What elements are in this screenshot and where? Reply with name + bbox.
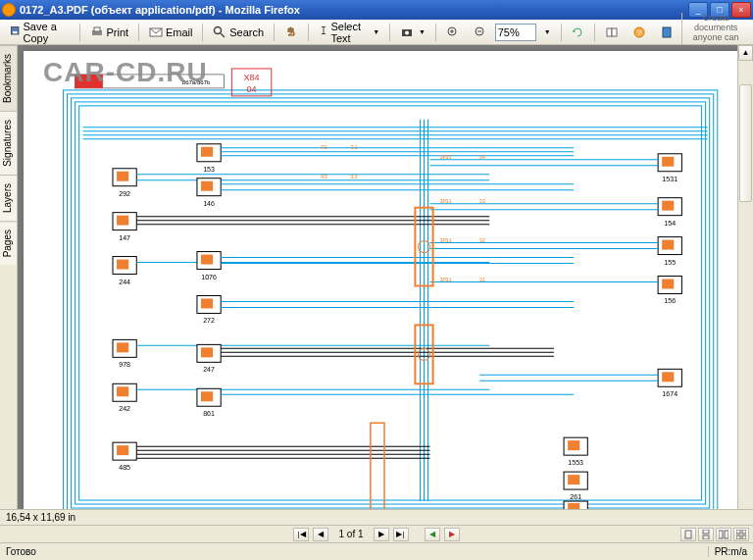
separator — [561, 24, 562, 41]
svg-text:31: 31 — [479, 277, 485, 282]
continuous-view-button[interactable] — [698, 528, 714, 541]
prev-page-button[interactable]: ◀ — [313, 528, 328, 541]
dropdown-icon: ▼ — [419, 28, 426, 35]
note-line1: Create documents — [688, 13, 743, 32]
svg-text:33: 33 — [479, 198, 485, 204]
svg-text:3.1: 3.1 — [351, 144, 358, 150]
svg-text:1674: 1674 — [662, 390, 678, 397]
select-text-label: Select Text — [330, 21, 368, 44]
vertical-scrollbar: ▲ ▼ — [737, 45, 753, 527]
zoom-in-button[interactable] — [440, 23, 466, 42]
svg-point-11 — [405, 30, 409, 34]
svg-text:1076: 1076 — [201, 274, 217, 280]
dropdown-icon: ▼ — [544, 28, 551, 35]
save-copy-button[interactable]: Save a Copy — [4, 23, 75, 42]
wiring-diagram: X84 04 867a/867b 153 292 146 147 244 107… — [24, 51, 737, 521]
hand-tool-button[interactable] — [278, 23, 304, 42]
svg-rect-154 — [742, 530, 746, 534]
svg-rect-49 — [201, 181, 213, 191]
zoom-out-icon — [474, 25, 487, 39]
select-text-button[interactable]: Select Text▼ — [313, 23, 386, 42]
svg-rect-153 — [736, 530, 740, 534]
rotate-button[interactable] — [565, 23, 590, 42]
svg-text:154: 154 — [664, 220, 676, 227]
svg-text:147: 147 — [119, 234, 130, 241]
svg-text:146: 146 — [203, 200, 215, 207]
single-page-view-button[interactable] — [680, 528, 696, 541]
scroll-up-button[interactable]: ▲ — [738, 45, 753, 61]
camera-icon — [400, 25, 414, 39]
scroll-thumb[interactable] — [739, 84, 752, 202]
pages-tab[interactable]: Pages — [0, 221, 17, 265]
svg-rect-149 — [703, 530, 709, 534]
print-label: Print — [107, 26, 129, 38]
watermark: CAR-CD.RU — [43, 57, 208, 88]
svg-rect-123 — [568, 440, 579, 450]
svg-text:1553: 1553 — [568, 459, 583, 466]
svg-point-5 — [215, 26, 222, 33]
svg-rect-92 — [117, 445, 128, 455]
svg-text:155: 155 — [664, 259, 676, 266]
pdf-toolbar: Save a Copy Print Email Search Select Te… — [0, 20, 753, 45]
help-button[interactable]: ? — [627, 23, 652, 42]
first-page-button[interactable]: |◀ — [293, 528, 309, 541]
svg-rect-152 — [725, 531, 728, 538]
svg-rect-109 — [662, 240, 674, 250]
layers-tab[interactable]: Layers — [0, 175, 17, 221]
window-titlebar: 0172_A3.PDF (объект application/pdf) - M… — [0, 0, 753, 20]
svg-rect-3 — [94, 27, 100, 31]
svg-rect-118 — [662, 372, 674, 382]
back-view-button[interactable]: ◀ — [425, 528, 440, 541]
bookmarks-tab[interactable]: Bookmarks — [0, 45, 17, 111]
svg-text:3.3: 3.3 — [351, 174, 358, 179]
svg-rect-26 — [79, 106, 702, 500]
last-page-button[interactable]: ▶| — [393, 528, 409, 541]
email-button[interactable]: Email — [143, 23, 199, 42]
main-area: Bookmarks Signatures Layers Pages CAR-CD… — [0, 45, 753, 527]
ebook-button[interactable] — [654, 23, 679, 42]
svg-rect-99 — [662, 157, 674, 167]
svg-text:3P31: 3P31 — [440, 237, 452, 243]
document-area[interactable]: CAR-CD.RU — [18, 45, 753, 527]
next-page-button[interactable]: ▶ — [374, 528, 389, 541]
svg-rect-82 — [201, 347, 213, 357]
svg-rect-88 — [201, 391, 213, 401]
svg-text:153: 153 — [203, 166, 215, 173]
header-box-line1: X84 — [243, 73, 259, 82]
continuous-facing-view-button[interactable] — [733, 528, 749, 541]
svg-rect-64 — [201, 255, 213, 265]
side-tabs: Bookmarks Signatures Layers Pages — [0, 45, 18, 527]
svg-text:3P31: 3P31 — [440, 198, 452, 204]
firefox-icon — [2, 3, 16, 17]
email-label: Email — [166, 26, 193, 38]
svg-rect-38 — [201, 147, 213, 157]
separator — [202, 24, 203, 41]
svg-rect-22 — [63, 90, 717, 516]
svg-text:3P31: 3P31 — [440, 154, 452, 160]
reading-mode-button[interactable] — [599, 23, 625, 42]
forward-view-button[interactable]: ▶ — [444, 528, 460, 541]
svg-text:861: 861 — [203, 410, 215, 417]
svg-text:R3: R3 — [321, 174, 327, 179]
zoom-value-input[interactable] — [495, 24, 536, 41]
snapshot-button[interactable]: ▼ — [394, 23, 431, 42]
status-bar: Готово PR:m/a — [0, 542, 753, 560]
svg-rect-21 — [663, 27, 671, 37]
svg-text:485: 485 — [119, 464, 130, 471]
zoom-dropdown-button[interactable]: ▼ — [538, 23, 557, 42]
svg-text:32: 32 — [479, 237, 485, 243]
header-box-line2: 04 — [246, 84, 256, 94]
save-copy-label: Save a Copy — [24, 21, 70, 44]
document-page: CAR-CD.RU — [24, 51, 737, 521]
print-icon — [90, 25, 104, 39]
print-button[interactable]: Print — [84, 23, 135, 42]
separator — [389, 24, 390, 41]
svg-text:244: 244 — [119, 279, 130, 285]
book-icon — [605, 25, 619, 39]
search-button[interactable]: Search — [207, 23, 270, 42]
separator — [594, 24, 595, 41]
zoom-out-button[interactable] — [468, 23, 493, 42]
facing-view-button[interactable] — [716, 528, 731, 541]
signatures-tab[interactable]: Signatures — [0, 111, 17, 175]
svg-text:292: 292 — [119, 190, 130, 197]
